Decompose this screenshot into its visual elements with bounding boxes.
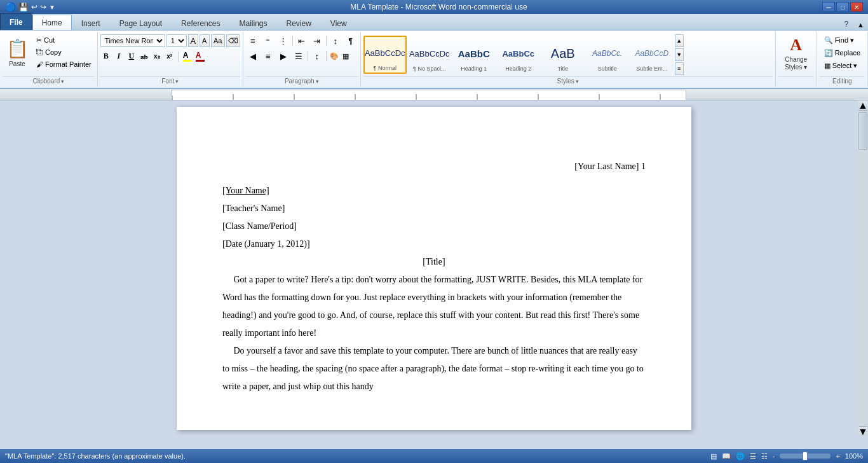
- select-button[interactable]: ▦ Select ▾: [820, 60, 862, 71]
- replace-button[interactable]: 🔄 Replace: [820, 47, 865, 59]
- style-nospacing[interactable]: AaBbCcDc ¶ No Spaci...: [408, 36, 451, 74]
- scroll-down-button[interactable]: ▼: [858, 426, 867, 436]
- minimize-button[interactable]: ─: [822, 2, 835, 12]
- increase-indent-button[interactable]: ⇥: [310, 34, 324, 47]
- tab-home[interactable]: Home: [32, 15, 72, 30]
- tab-insert[interactable]: Insert: [72, 16, 110, 30]
- shading-button[interactable]: 🎨: [329, 51, 340, 62]
- change-case-button[interactable]: Aa: [211, 34, 225, 47]
- font-color-button[interactable]: A: [194, 50, 206, 63]
- tab-review[interactable]: Review: [276, 16, 320, 30]
- styles-scroll-up[interactable]: ▲: [675, 34, 684, 47]
- clipboard-expand-icon[interactable]: ▾: [61, 78, 64, 85]
- help-icon[interactable]: ?: [839, 18, 853, 30]
- tab-mailings[interactable]: Mailings: [229, 16, 276, 30]
- paste-button[interactable]: 📋 Paste: [3, 34, 32, 71]
- text-highlight-button[interactable]: A: [182, 50, 193, 63]
- increase-font-button[interactable]: A: [188, 34, 198, 47]
- styles-scroll-down[interactable]: ▼: [675, 48, 684, 61]
- copy-button[interactable]: ⿻ Copy: [33, 46, 95, 58]
- scroll-up-button[interactable]: ▲: [858, 100, 867, 111]
- maximize-button[interactable]: □: [836, 2, 849, 12]
- font-name-row: Times New Roman 12 A A Aa ⌫: [100, 34, 240, 47]
- show-marks-button[interactable]: ¶: [344, 34, 358, 47]
- zoom-in-button[interactable]: +: [836, 452, 839, 460]
- bold-button[interactable]: B: [100, 50, 112, 63]
- style-heading1[interactable]: AaBbC Heading 1: [452, 36, 496, 74]
- tab-references[interactable]: References: [172, 16, 229, 30]
- paragraph-1: Got a paper to write? Here's a tip: don'…: [222, 271, 646, 342]
- ribbon: 📋 Paste ✂ Cut ⿻ Copy 🖌 Format Painter C: [0, 31, 868, 89]
- multilevel-button[interactable]: ⋮: [276, 34, 290, 47]
- copy-label: Copy: [45, 48, 62, 56]
- separator3: [308, 51, 308, 61]
- decrease-indent-button[interactable]: ⇤: [295, 34, 309, 47]
- font-name-select[interactable]: Times New Roman: [100, 34, 165, 47]
- view-outline-icon[interactable]: ☰: [750, 452, 756, 460]
- view-reading-icon[interactable]: 📖: [722, 452, 731, 460]
- sort-button[interactable]: ↕: [329, 34, 342, 47]
- style-title[interactable]: AaB Title: [541, 36, 585, 74]
- justify-button[interactable]: ☰: [292, 50, 306, 62]
- styles-more[interactable]: ≡: [675, 62, 684, 75]
- zoom-out-button[interactable]: -: [773, 452, 775, 460]
- quick-redo[interactable]: ↪: [40, 3, 46, 11]
- style-subtitle[interactable]: AaBbCc. Subtitle: [586, 36, 629, 74]
- superscript-button[interactable]: x²: [164, 50, 175, 63]
- font-expand-icon[interactable]: ▾: [175, 78, 179, 85]
- collapse-ribbon[interactable]: ▲: [853, 20, 868, 30]
- strikethrough-button[interactable]: ab: [139, 50, 150, 63]
- styles-navigation: ▲ ▼ ≡: [675, 34, 684, 75]
- class-name: [Class Name/Period]: [222, 221, 297, 231]
- align-left-button[interactable]: ◀: [246, 50, 260, 62]
- change-styles-content: A ChangeStyles ▾: [778, 33, 814, 75]
- decrease-font-button[interactable]: A: [200, 34, 210, 47]
- scroll-thumb[interactable]: [858, 112, 867, 150]
- subscript-button[interactable]: x₂: [151, 50, 163, 63]
- close-button[interactable]: ✕: [850, 2, 863, 12]
- view-normal-icon[interactable]: ▤: [710, 452, 717, 460]
- quick-more[interactable]: ▼: [49, 4, 55, 11]
- underline-button[interactable]: U: [126, 50, 137, 63]
- tab-file[interactable]: File: [0, 13, 32, 30]
- clipboard-group: 📋 Paste ✂ Cut ⿻ Copy 🖌 Format Painter C: [0, 32, 98, 86]
- format-painter-icon: 🖌: [36, 60, 43, 68]
- style-title-preview: AaB: [543, 41, 583, 66]
- align-right-button[interactable]: ▶: [276, 50, 290, 62]
- vertical-scrollbar[interactable]: ▲ ▼: [858, 100, 868, 436]
- document-area: ▲ ▼ [Your Last Name] 1 [Your Name] [Teac…: [0, 100, 868, 436]
- cut-button[interactable]: ✂ Cut: [33, 34, 95, 46]
- borders-button[interactable]: ▦: [341, 51, 350, 62]
- style-heading2[interactable]: AaBbCc Heading 2: [497, 36, 540, 74]
- paragraph-expand-icon[interactable]: ▾: [316, 78, 319, 85]
- bullets-button[interactable]: ≡: [246, 34, 260, 47]
- align-center-button[interactable]: ≡: [261, 50, 275, 62]
- styles-expand-icon[interactable]: ▾: [576, 78, 579, 85]
- style-subtle-em[interactable]: AaBbCcD Subtle Em...: [630, 36, 674, 74]
- format-painter-button[interactable]: 🖌 Format Painter: [33, 59, 95, 70]
- tab-view[interactable]: View: [321, 16, 356, 30]
- style-subtle-em-preview: AaBbCcD: [632, 41, 672, 66]
- para2-content: Do yourself a favor and save this templa…: [222, 346, 644, 391]
- style-nospacing-label: ¶ No Spaci...: [413, 66, 445, 72]
- font-size-select[interactable]: 12: [166, 34, 187, 47]
- clear-format-button[interactable]: ⌫: [226, 34, 240, 47]
- tab-pagelayout[interactable]: Page Layout: [110, 16, 172, 30]
- quick-save[interactable]: 💾: [18, 3, 29, 12]
- align-row: ◀ ≡ ▶ ☰ ↕ 🎨 ▦: [246, 50, 350, 62]
- italic-button[interactable]: I: [113, 50, 125, 63]
- font-group-label: Font: [161, 78, 174, 85]
- change-styles-button[interactable]: A ChangeStyles ▾: [778, 34, 814, 73]
- change-styles-icon: A: [790, 36, 802, 55]
- quick-undo[interactable]: ↩: [31, 3, 37, 11]
- find-button[interactable]: 🔍 Find ▾: [820, 34, 858, 46]
- line-spacing-button[interactable]: ↕: [310, 50, 324, 62]
- styles-group: AaBbCcDc ¶ Normal AaBbCcDc ¶ No Spaci...…: [361, 32, 776, 86]
- style-normal[interactable]: AaBbCcDc ¶ Normal: [363, 36, 407, 74]
- styles-list: AaBbCcDc ¶ Normal AaBbCcDc ¶ No Spaci...…: [363, 36, 674, 74]
- zoom-slider[interactable]: [780, 453, 831, 459]
- numbering-button[interactable]: ⁼: [261, 34, 275, 47]
- header-text: [Your Last Name] 1: [574, 162, 646, 171]
- view-web-icon[interactable]: 🌐: [736, 452, 745, 460]
- view-draft-icon[interactable]: ☷: [761, 452, 768, 460]
